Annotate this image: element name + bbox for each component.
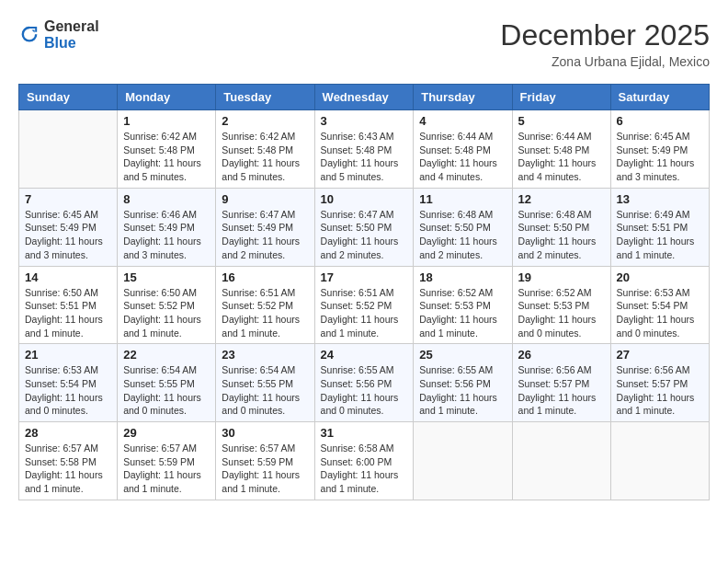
calendar-cell: 1Sunrise: 6:42 AM Sunset: 5:48 PM Daylig… xyxy=(118,110,216,189)
calendar-week-row: 21Sunrise: 6:53 AM Sunset: 5:54 PM Dayli… xyxy=(19,344,710,422)
day-info: Sunrise: 6:56 AM Sunset: 5:57 PM Dayligh… xyxy=(617,363,703,418)
day-number: 18 xyxy=(419,270,506,284)
calendar-cell: 16Sunrise: 6:51 AM Sunset: 5:52 PM Dayli… xyxy=(216,266,314,344)
day-number: 11 xyxy=(419,192,506,206)
calendar-cell xyxy=(19,110,118,189)
day-info: Sunrise: 6:47 AM Sunset: 5:49 PM Dayligh… xyxy=(222,208,308,262)
calendar-cell: 23Sunrise: 6:54 AM Sunset: 5:55 PM Dayli… xyxy=(216,344,314,422)
day-info: Sunrise: 6:50 AM Sunset: 5:52 PM Dayligh… xyxy=(123,286,210,340)
calendar-cell: 24Sunrise: 6:55 AM Sunset: 5:56 PM Dayli… xyxy=(314,344,414,422)
calendar-cell: 29Sunrise: 6:57 AM Sunset: 5:59 PM Dayli… xyxy=(118,422,216,500)
calendar-week-row: 7Sunrise: 6:45 AM Sunset: 5:49 PM Daylig… xyxy=(19,188,710,266)
day-info: Sunrise: 6:42 AM Sunset: 5:48 PM Dayligh… xyxy=(222,130,308,184)
day-info: Sunrise: 6:57 AM Sunset: 5:58 PM Dayligh… xyxy=(25,442,111,496)
calendar-cell: 25Sunrise: 6:55 AM Sunset: 5:56 PM Dayli… xyxy=(414,344,512,422)
weekday-header: Thursday xyxy=(414,85,512,110)
calendar-week-row: 28Sunrise: 6:57 AM Sunset: 5:58 PM Dayli… xyxy=(19,422,710,500)
logo-icon xyxy=(18,24,40,46)
day-number: 20 xyxy=(617,270,703,284)
day-info: Sunrise: 6:52 AM Sunset: 5:53 PM Dayligh… xyxy=(518,286,605,340)
calendar-cell: 19Sunrise: 6:52 AM Sunset: 5:53 PM Dayli… xyxy=(512,266,610,344)
day-info: Sunrise: 6:54 AM Sunset: 5:55 PM Dayligh… xyxy=(123,363,210,418)
calendar-cell xyxy=(610,422,709,500)
day-number: 21 xyxy=(25,348,111,362)
calendar-cell: 4Sunrise: 6:44 AM Sunset: 5:48 PM Daylig… xyxy=(414,110,512,189)
day-info: Sunrise: 6:48 AM Sunset: 5:50 PM Dayligh… xyxy=(419,208,506,262)
calendar-cell: 20Sunrise: 6:53 AM Sunset: 5:54 PM Dayli… xyxy=(610,266,709,344)
day-info: Sunrise: 6:49 AM Sunset: 5:51 PM Dayligh… xyxy=(617,208,703,262)
calendar-cell: 7Sunrise: 6:45 AM Sunset: 5:49 PM Daylig… xyxy=(19,188,118,266)
title-block: December 2025 Zona Urbana Ejidal, Mexico xyxy=(500,18,710,69)
day-info: Sunrise: 6:42 AM Sunset: 5:48 PM Dayligh… xyxy=(123,130,210,184)
calendar-cell: 28Sunrise: 6:57 AM Sunset: 5:58 PM Dayli… xyxy=(19,422,118,500)
day-info: Sunrise: 6:48 AM Sunset: 5:50 PM Dayligh… xyxy=(518,208,605,262)
weekday-header: Tuesday xyxy=(216,85,314,110)
day-info: Sunrise: 6:52 AM Sunset: 5:53 PM Dayligh… xyxy=(419,286,506,340)
calendar-cell: 8Sunrise: 6:46 AM Sunset: 5:49 PM Daylig… xyxy=(118,188,216,266)
calendar-cell: 2Sunrise: 6:42 AM Sunset: 5:48 PM Daylig… xyxy=(216,110,314,189)
calendar-cell: 6Sunrise: 6:45 AM Sunset: 5:49 PM Daylig… xyxy=(610,110,709,189)
calendar-table: SundayMondayTuesdayWednesdayThursdayFrid… xyxy=(18,84,710,500)
calendar-cell: 22Sunrise: 6:54 AM Sunset: 5:55 PM Dayli… xyxy=(118,344,216,422)
day-number: 2 xyxy=(222,114,308,128)
day-info: Sunrise: 6:45 AM Sunset: 5:49 PM Dayligh… xyxy=(617,130,703,184)
day-number: 29 xyxy=(123,426,210,440)
day-number: 15 xyxy=(123,270,210,284)
weekday-header: Sunday xyxy=(19,85,118,110)
calendar-cell: 5Sunrise: 6:44 AM Sunset: 5:48 PM Daylig… xyxy=(512,110,610,189)
calendar-cell: 12Sunrise: 6:48 AM Sunset: 5:50 PM Dayli… xyxy=(512,188,610,266)
day-info: Sunrise: 6:55 AM Sunset: 5:56 PM Dayligh… xyxy=(419,363,506,418)
day-info: Sunrise: 6:54 AM Sunset: 5:55 PM Dayligh… xyxy=(222,363,308,418)
day-number: 16 xyxy=(222,270,308,284)
day-info: Sunrise: 6:47 AM Sunset: 5:50 PM Dayligh… xyxy=(321,208,408,262)
calendar-cell: 15Sunrise: 6:50 AM Sunset: 5:52 PM Dayli… xyxy=(118,266,216,344)
calendar-cell: 10Sunrise: 6:47 AM Sunset: 5:50 PM Dayli… xyxy=(314,188,414,266)
day-info: Sunrise: 6:45 AM Sunset: 5:49 PM Dayligh… xyxy=(25,208,111,262)
calendar-cell: 17Sunrise: 6:51 AM Sunset: 5:52 PM Dayli… xyxy=(314,266,414,344)
day-number: 4 xyxy=(419,114,506,128)
calendar-cell: 9Sunrise: 6:47 AM Sunset: 5:49 PM Daylig… xyxy=(216,188,314,266)
location: Zona Urbana Ejidal, Mexico xyxy=(500,54,710,69)
calendar-cell: 3Sunrise: 6:43 AM Sunset: 5:48 PM Daylig… xyxy=(314,110,414,189)
day-info: Sunrise: 6:56 AM Sunset: 5:57 PM Dayligh… xyxy=(518,363,605,418)
day-info: Sunrise: 6:53 AM Sunset: 5:54 PM Dayligh… xyxy=(617,286,703,340)
logo: General Blue xyxy=(18,18,99,51)
day-number: 1 xyxy=(123,114,210,128)
calendar-cell: 18Sunrise: 6:52 AM Sunset: 5:53 PM Dayli… xyxy=(414,266,512,344)
day-info: Sunrise: 6:55 AM Sunset: 5:56 PM Dayligh… xyxy=(321,363,408,418)
day-info: Sunrise: 6:50 AM Sunset: 5:51 PM Dayligh… xyxy=(25,286,111,340)
day-number: 23 xyxy=(222,348,308,362)
day-number: 7 xyxy=(25,192,111,206)
day-info: Sunrise: 6:44 AM Sunset: 5:48 PM Dayligh… xyxy=(518,130,605,184)
month-title: December 2025 xyxy=(500,18,710,52)
day-number: 22 xyxy=(123,348,210,362)
day-number: 6 xyxy=(617,114,703,128)
day-number: 25 xyxy=(419,348,506,362)
day-number: 31 xyxy=(321,426,408,440)
calendar-cell: 21Sunrise: 6:53 AM Sunset: 5:54 PM Dayli… xyxy=(19,344,118,422)
day-number: 27 xyxy=(617,348,703,362)
day-number: 30 xyxy=(222,426,308,440)
calendar-cell: 26Sunrise: 6:56 AM Sunset: 5:57 PM Dayli… xyxy=(512,344,610,422)
weekday-header: Monday xyxy=(118,85,216,110)
day-info: Sunrise: 6:57 AM Sunset: 5:59 PM Dayligh… xyxy=(222,442,308,496)
logo-blue: Blue xyxy=(44,35,99,52)
logo-text: General Blue xyxy=(44,18,99,51)
calendar-week-row: 14Sunrise: 6:50 AM Sunset: 5:51 PM Dayli… xyxy=(19,266,710,344)
calendar-cell: 14Sunrise: 6:50 AM Sunset: 5:51 PM Dayli… xyxy=(19,266,118,344)
day-info: Sunrise: 6:51 AM Sunset: 5:52 PM Dayligh… xyxy=(321,286,408,340)
day-number: 28 xyxy=(25,426,111,440)
weekday-header: Friday xyxy=(512,85,610,110)
calendar-week-row: 1Sunrise: 6:42 AM Sunset: 5:48 PM Daylig… xyxy=(19,110,710,189)
page-header: General Blue December 2025 Zona Urbana E… xyxy=(18,18,710,69)
day-number: 9 xyxy=(222,192,308,206)
calendar-cell: 11Sunrise: 6:48 AM Sunset: 5:50 PM Dayli… xyxy=(414,188,512,266)
calendar-cell: 13Sunrise: 6:49 AM Sunset: 5:51 PM Dayli… xyxy=(610,188,709,266)
day-info: Sunrise: 6:46 AM Sunset: 5:49 PM Dayligh… xyxy=(123,208,210,262)
day-number: 8 xyxy=(123,192,210,206)
calendar-cell: 31Sunrise: 6:58 AM Sunset: 6:00 PM Dayli… xyxy=(314,422,414,500)
day-number: 24 xyxy=(321,348,408,362)
calendar-cell xyxy=(512,422,610,500)
day-info: Sunrise: 6:53 AM Sunset: 5:54 PM Dayligh… xyxy=(25,363,111,418)
day-info: Sunrise: 6:57 AM Sunset: 5:59 PM Dayligh… xyxy=(123,442,210,496)
